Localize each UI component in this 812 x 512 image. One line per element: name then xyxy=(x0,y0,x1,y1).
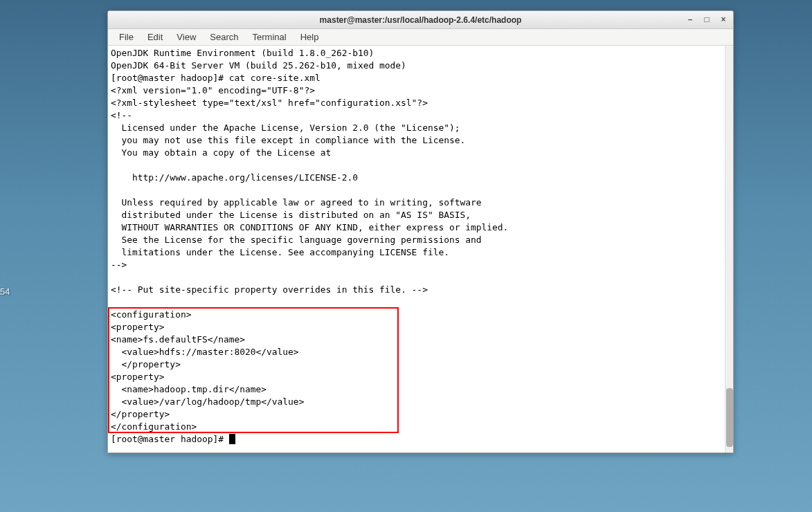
close-button[interactable]: × xyxy=(718,14,729,25)
menu-view[interactable]: View xyxy=(170,30,203,44)
scrollbar[interactable] xyxy=(725,46,733,452)
titlebar[interactable]: master@master:/usr/local/hadoop-2.6.4/et… xyxy=(108,11,733,29)
terminal-body: OpenJDK Runtime Environment (build 1.8.0… xyxy=(108,46,733,452)
menu-help[interactable]: Help xyxy=(294,30,326,44)
maximize-button[interactable]: □ xyxy=(701,14,712,25)
menu-terminal[interactable]: Terminal xyxy=(246,30,294,44)
terminal-text-area[interactable]: OpenJDK Runtime Environment (build 1.8.0… xyxy=(108,46,725,452)
scrollbar-thumb[interactable] xyxy=(726,388,733,447)
menubar: File Edit View Search Terminal Help xyxy=(108,29,733,46)
menu-edit[interactable]: Edit xyxy=(141,30,170,44)
desktop-partial-label: 54 xyxy=(0,286,10,297)
menu-file[interactable]: File xyxy=(112,30,141,44)
terminal-window: master@master:/usr/local/hadoop-2.6.4/et… xyxy=(107,10,734,453)
cursor xyxy=(229,434,235,444)
window-controls: – □ × xyxy=(685,14,729,25)
window-title: master@master:/usr/local/hadoop-2.6.4/et… xyxy=(320,15,522,25)
menu-search[interactable]: Search xyxy=(203,30,245,44)
minimize-button[interactable]: – xyxy=(685,14,696,25)
